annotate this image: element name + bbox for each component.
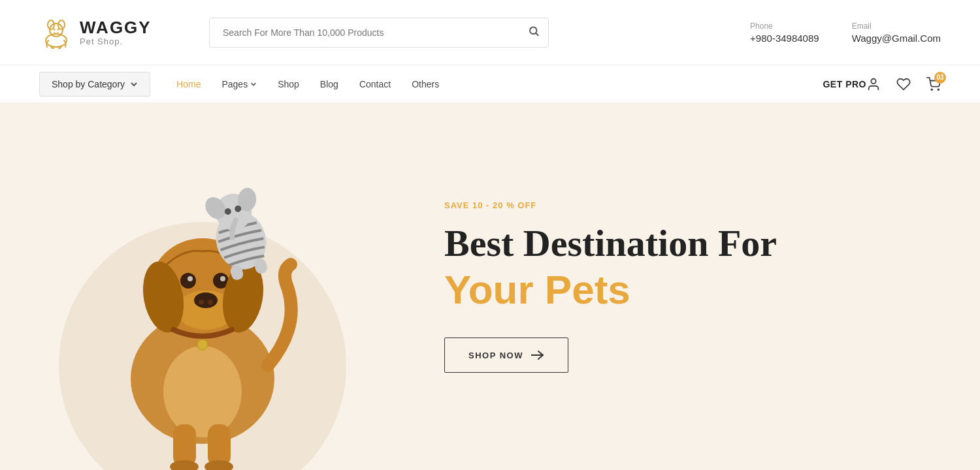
search-input[interactable]: [209, 18, 549, 48]
wishlist-button[interactable]: [896, 77, 911, 91]
svg-point-8: [871, 78, 875, 83]
shop-now-button[interactable]: SHOP NOW: [444, 337, 568, 373]
hero-content: SAVE 10 - 20 % OFF Best Destination For …: [405, 103, 980, 470]
svg-point-4: [54, 28, 56, 30]
search-icon: [528, 25, 540, 37]
nav-link-shop[interactable]: Shop: [278, 79, 299, 89]
logo[interactable]: WAGGY Pet Shop.: [39, 16, 183, 50]
cart-badge: 03: [934, 72, 946, 84]
search-bar: [209, 18, 549, 48]
contact-info: Phone +980-34984089 Email Waggy@Gmail.Co…: [750, 22, 941, 44]
svg-point-28: [197, 339, 208, 350]
svg-point-5: [57, 28, 59, 30]
phone-label: Phone: [750, 22, 773, 31]
hero-dog-image: [78, 144, 327, 470]
hero-title-line2: Your Pets: [444, 267, 630, 312]
svg-point-10: [938, 89, 939, 90]
arrow-right-icon: [531, 350, 544, 360]
pages-chevron-icon: [250, 81, 257, 87]
phone-block: Phone +980-34984089: [750, 22, 819, 44]
hero-title: Best Destination For Your Pets: [444, 222, 928, 314]
cart-button[interactable]: 03: [926, 77, 941, 91]
logo-tagline: Pet Shop.: [80, 37, 152, 46]
nav-link-pages[interactable]: Pages: [221, 79, 257, 89]
get-pro-button[interactable]: GET PRO: [823, 79, 866, 89]
svg-point-17: [208, 300, 213, 305]
svg-point-16: [199, 300, 204, 305]
hero-image-area: [0, 103, 405, 470]
phone-value: +980-34984089: [750, 33, 819, 44]
nav-icon-group: 03: [866, 77, 941, 91]
svg-point-18: [180, 273, 196, 289]
email-block: Email Waggy@Gmail.Com: [852, 22, 941, 44]
svg-point-12: [163, 346, 242, 437]
email-value: Waggy@Gmail.Com: [852, 33, 941, 44]
search-button[interactable]: [528, 25, 540, 40]
heart-icon: [896, 77, 911, 91]
nav-link-others[interactable]: Others: [412, 79, 439, 89]
category-btn-label: Shop by Category: [52, 79, 125, 89]
nav-links: Home Pages Shop Blog Contact Others: [176, 79, 823, 89]
shop-now-label: SHOP NOW: [468, 351, 523, 360]
svg-point-20: [188, 276, 193, 281]
user-icon: [866, 77, 881, 91]
site-header: WAGGY Pet Shop. Phone +980-34984089 Emai…: [0, 0, 980, 65]
nav-link-home[interactable]: Home: [176, 79, 201, 89]
svg-point-9: [931, 89, 932, 90]
hero-tag: SAVE 10 - 20 % OFF: [444, 200, 928, 210]
chevron-down-icon: [130, 80, 138, 88]
email-label: Email: [852, 22, 872, 31]
svg-line-7: [536, 33, 538, 35]
main-navbar: Shop by Category Home Pages Shop Blog Co…: [0, 65, 980, 103]
svg-point-15: [194, 292, 218, 308]
logo-icon: [39, 16, 73, 50]
nav-link-blog[interactable]: Blog: [320, 79, 338, 89]
shop-by-category-button[interactable]: Shop by Category: [39, 72, 150, 97]
svg-point-21: [220, 276, 225, 281]
logo-brand-name: WAGGY: [80, 18, 152, 37]
hero-section: SAVE 10 - 20 % OFF Best Destination For …: [0, 103, 980, 470]
nav-link-contact[interactable]: Contact: [359, 79, 391, 89]
hero-title-line1: Best Destination For: [444, 222, 777, 264]
user-account-button[interactable]: [866, 77, 881, 91]
